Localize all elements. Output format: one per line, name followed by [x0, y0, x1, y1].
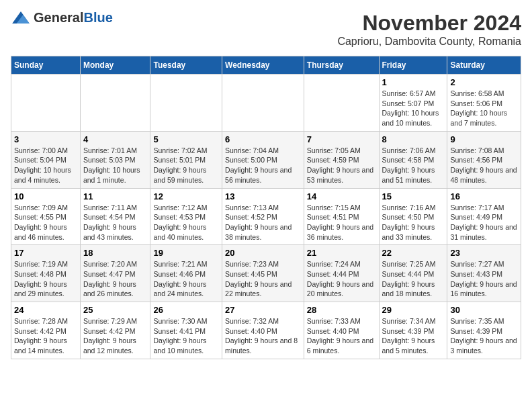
- day-info: Sunrise: 7:33 AM Sunset: 4:40 PM Dayligh…: [307, 316, 376, 356]
- day-number: 3: [14, 134, 77, 144]
- calendar-cell: 28Sunrise: 7:33 AM Sunset: 4:40 PM Dayli…: [304, 302, 379, 359]
- calendar-cell: 3Sunrise: 7:00 AM Sunset: 5:04 PM Daylig…: [11, 131, 81, 188]
- title-area: November 2024 Caprioru, Dambovita County…: [337, 11, 521, 48]
- day-info: Sunrise: 7:13 AM Sunset: 4:52 PM Dayligh…: [225, 203, 301, 242]
- logo-icon: [11, 11, 31, 24]
- day-info: Sunrise: 7:34 AM Sunset: 4:39 PM Dayligh…: [382, 316, 445, 356]
- calendar-cell: 9Sunrise: 7:08 AM Sunset: 4:56 PM Daylig…: [447, 131, 521, 188]
- header: GeneralBlue November 2024 Caprioru, Damb…: [11, 11, 521, 48]
- day-number: 2: [450, 77, 518, 87]
- day-info: Sunrise: 7:01 AM Sunset: 5:03 PM Dayligh…: [83, 146, 148, 185]
- calendar-header-row: Sunday Monday Tuesday Wednesday Thursday…: [11, 56, 521, 75]
- day-number: 10: [14, 191, 77, 201]
- day-info: Sunrise: 7:21 AM Sunset: 4:46 PM Dayligh…: [153, 259, 219, 299]
- day-number: 7: [307, 134, 376, 144]
- header-wednesday: Wednesday: [222, 56, 304, 75]
- day-info: Sunrise: 7:08 AM Sunset: 4:56 PM Dayligh…: [450, 146, 518, 185]
- day-info: Sunrise: 6:58 AM Sunset: 5:06 PM Dayligh…: [450, 89, 518, 128]
- calendar-cell: 22Sunrise: 7:25 AM Sunset: 4:44 PM Dayli…: [379, 245, 447, 302]
- day-info: Sunrise: 7:06 AM Sunset: 4:58 PM Dayligh…: [382, 146, 445, 185]
- calendar-table: Sunday Monday Tuesday Wednesday Thursday…: [11, 56, 521, 359]
- day-number: 6: [225, 134, 301, 144]
- day-number: 9: [450, 134, 518, 144]
- day-info: Sunrise: 7:02 AM Sunset: 5:01 PM Dayligh…: [153, 146, 219, 185]
- day-info: Sunrise: 7:35 AM Sunset: 4:39 PM Dayligh…: [450, 316, 518, 356]
- calendar-cell: 4Sunrise: 7:01 AM Sunset: 5:03 PM Daylig…: [80, 131, 150, 188]
- header-friday: Friday: [379, 56, 447, 75]
- day-info: Sunrise: 7:15 AM Sunset: 4:51 PM Dayligh…: [307, 203, 376, 242]
- calendar-cell: [11, 75, 81, 132]
- calendar-cell: [222, 75, 304, 132]
- day-info: Sunrise: 7:28 AM Sunset: 4:42 PM Dayligh…: [14, 316, 77, 356]
- day-info: Sunrise: 7:00 AM Sunset: 5:04 PM Dayligh…: [14, 146, 77, 185]
- calendar-cell: 26Sunrise: 7:30 AM Sunset: 4:41 PM Dayli…: [150, 302, 222, 359]
- day-number: 8: [382, 134, 445, 144]
- day-number: 16: [450, 191, 518, 201]
- day-number: 4: [83, 134, 148, 144]
- calendar-cell: 27Sunrise: 7:32 AM Sunset: 4:40 PM Dayli…: [222, 302, 304, 359]
- day-number: 22: [382, 248, 445, 258]
- day-info: Sunrise: 7:20 AM Sunset: 4:47 PM Dayligh…: [83, 259, 148, 299]
- calendar-cell: 15Sunrise: 7:16 AM Sunset: 4:50 PM Dayli…: [379, 188, 447, 245]
- day-info: Sunrise: 7:09 AM Sunset: 4:55 PM Dayligh…: [14, 203, 77, 242]
- calendar-cell: 20Sunrise: 7:23 AM Sunset: 4:45 PM Dayli…: [222, 245, 304, 302]
- day-info: Sunrise: 7:17 AM Sunset: 4:49 PM Dayligh…: [450, 203, 518, 242]
- calendar-cell: 12Sunrise: 7:12 AM Sunset: 4:53 PM Dayli…: [150, 188, 222, 245]
- calendar-week-1: 1Sunrise: 6:57 AM Sunset: 5:07 PM Daylig…: [11, 75, 521, 132]
- day-info: Sunrise: 7:25 AM Sunset: 4:44 PM Dayligh…: [382, 259, 445, 299]
- day-number: 29: [382, 305, 445, 315]
- calendar-cell: 1Sunrise: 6:57 AM Sunset: 5:07 PM Daylig…: [379, 75, 447, 132]
- day-number: 27: [225, 305, 301, 315]
- header-thursday: Thursday: [304, 56, 379, 75]
- calendar-cell: 18Sunrise: 7:20 AM Sunset: 4:47 PM Dayli…: [80, 245, 150, 302]
- day-number: 25: [83, 305, 148, 315]
- day-info: Sunrise: 7:05 AM Sunset: 4:59 PM Dayligh…: [307, 146, 376, 185]
- calendar-cell: 8Sunrise: 7:06 AM Sunset: 4:58 PM Daylig…: [379, 131, 447, 188]
- calendar-cell: 30Sunrise: 7:35 AM Sunset: 4:39 PM Dayli…: [447, 302, 521, 359]
- calendar-cell: [150, 75, 222, 132]
- calendar-cell: 5Sunrise: 7:02 AM Sunset: 5:01 PM Daylig…: [150, 131, 222, 188]
- calendar-cell: 25Sunrise: 7:29 AM Sunset: 4:42 PM Dayli…: [80, 302, 150, 359]
- calendar-cell: [80, 75, 150, 132]
- calendar-cell: 10Sunrise: 7:09 AM Sunset: 4:55 PM Dayli…: [11, 188, 81, 245]
- day-info: Sunrise: 7:27 AM Sunset: 4:43 PM Dayligh…: [450, 259, 518, 299]
- day-info: Sunrise: 7:29 AM Sunset: 4:42 PM Dayligh…: [83, 316, 148, 356]
- day-number: 28: [307, 305, 376, 315]
- month-title: November 2024: [337, 11, 521, 36]
- calendar-cell: [304, 75, 379, 132]
- day-number: 14: [307, 191, 376, 201]
- day-number: 12: [153, 191, 219, 201]
- calendar-cell: 17Sunrise: 7:19 AM Sunset: 4:48 PM Dayli…: [11, 245, 81, 302]
- day-number: 17: [14, 248, 77, 258]
- calendar-cell: 2Sunrise: 6:58 AM Sunset: 5:06 PM Daylig…: [447, 75, 521, 132]
- header-monday: Monday: [80, 56, 150, 75]
- day-number: 5: [153, 134, 219, 144]
- calendar-week-4: 17Sunrise: 7:19 AM Sunset: 4:48 PM Dayli…: [11, 245, 521, 302]
- day-number: 15: [382, 191, 445, 201]
- calendar-week-3: 10Sunrise: 7:09 AM Sunset: 4:55 PM Dayli…: [11, 188, 521, 245]
- calendar-cell: 13Sunrise: 7:13 AM Sunset: 4:52 PM Dayli…: [222, 188, 304, 245]
- calendar-week-2: 3Sunrise: 7:00 AM Sunset: 5:04 PM Daylig…: [11, 131, 521, 188]
- day-info: Sunrise: 7:32 AM Sunset: 4:40 PM Dayligh…: [225, 316, 301, 356]
- day-number: 26: [153, 305, 219, 315]
- logo: GeneralBlue: [11, 11, 113, 25]
- day-info: Sunrise: 7:04 AM Sunset: 5:00 PM Dayligh…: [225, 146, 301, 185]
- day-number: 11: [83, 191, 148, 201]
- day-number: 13: [225, 191, 301, 201]
- calendar-cell: 29Sunrise: 7:34 AM Sunset: 4:39 PM Dayli…: [379, 302, 447, 359]
- day-number: 1: [382, 77, 445, 87]
- calendar-cell: 21Sunrise: 7:24 AM Sunset: 4:44 PM Dayli…: [304, 245, 379, 302]
- day-number: 23: [450, 248, 518, 258]
- day-number: 24: [14, 305, 77, 315]
- calendar-cell: 19Sunrise: 7:21 AM Sunset: 4:46 PM Dayli…: [150, 245, 222, 302]
- day-number: 20: [225, 248, 301, 258]
- day-number: 19: [153, 248, 219, 258]
- day-info: Sunrise: 7:12 AM Sunset: 4:53 PM Dayligh…: [153, 203, 219, 242]
- header-sunday: Sunday: [11, 56, 81, 75]
- calendar-cell: 24Sunrise: 7:28 AM Sunset: 4:42 PM Dayli…: [11, 302, 81, 359]
- calendar-cell: 14Sunrise: 7:15 AM Sunset: 4:51 PM Dayli…: [304, 188, 379, 245]
- calendar-cell: 7Sunrise: 7:05 AM Sunset: 4:59 PM Daylig…: [304, 131, 379, 188]
- day-info: Sunrise: 7:30 AM Sunset: 4:41 PM Dayligh…: [153, 316, 219, 356]
- day-info: Sunrise: 7:11 AM Sunset: 4:54 PM Dayligh…: [83, 203, 148, 242]
- calendar-cell: 23Sunrise: 7:27 AM Sunset: 4:43 PM Dayli…: [447, 245, 521, 302]
